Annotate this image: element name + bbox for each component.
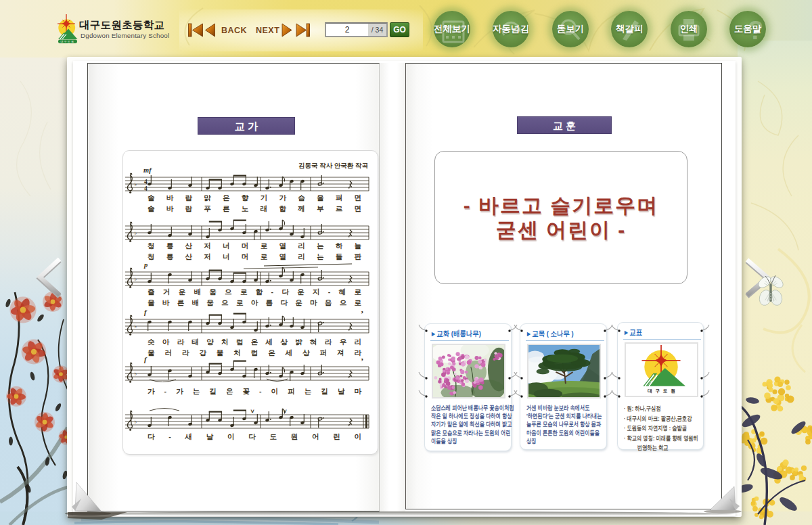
svg-text:?: ? (748, 16, 763, 45)
